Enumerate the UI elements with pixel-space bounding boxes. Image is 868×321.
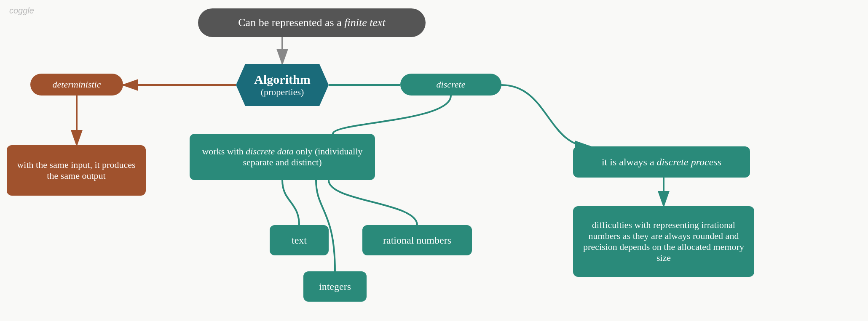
discrete-data-node: works with discrete data only (individua… <box>190 134 375 180</box>
irrational-numbers-node: difficulties with representing irrationa… <box>573 206 754 277</box>
integers-node: integers <box>303 271 367 302</box>
discrete-data-label: works with discrete data only (individua… <box>196 146 368 168</box>
same-input-node: with the same input, it produces the sam… <box>7 145 146 196</box>
rational-numbers-label: rational numbers <box>383 235 451 246</box>
algorithm-subtitle: (properties) <box>254 87 310 98</box>
discrete-process-node: it is always a discrete process <box>573 146 750 178</box>
deterministic-node: deterministic <box>30 74 123 96</box>
text-label: text <box>292 235 307 246</box>
irrational-numbers-label: difficulties with representing irrationa… <box>581 220 747 263</box>
finite-text-label: Can be represented as a finite text <box>238 16 385 29</box>
deterministic-label: deterministic <box>53 79 101 90</box>
coggle-logo: coggle <box>9 6 34 16</box>
integers-label: integers <box>319 281 351 292</box>
discrete-node: discrete <box>400 74 501 96</box>
algorithm-title: Algorithm <box>254 72 310 87</box>
discrete-process-label: it is always a discrete process <box>602 157 721 168</box>
text-node: text <box>270 225 329 255</box>
algorithm-node: Algorithm (properties) <box>236 64 329 106</box>
rational-numbers-node: rational numbers <box>362 225 472 255</box>
finite-text-node: Can be represented as a finite text <box>198 8 426 37</box>
same-input-label: with the same input, it produces the sam… <box>13 159 139 181</box>
discrete-label: discrete <box>437 79 466 90</box>
